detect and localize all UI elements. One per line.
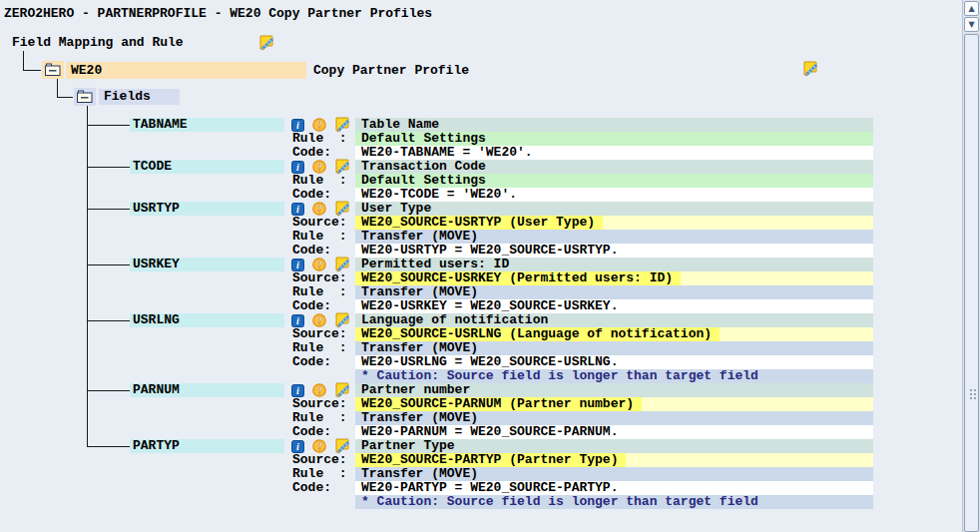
tree-node-field-tcode[interactable]: TCODE xyxy=(130,160,284,174)
code-label: Code: xyxy=(292,188,331,202)
tree-node-field-tabname[interactable]: TABNAME xyxy=(130,118,284,132)
scrollbar-grip xyxy=(970,389,972,391)
code-label: Code: xyxy=(292,481,331,495)
we20-description: Copy Partner Profile xyxy=(313,64,469,78)
field-icon-row: i ? xyxy=(291,160,351,174)
tree-node-field-usrkey[interactable]: USRKEY xyxy=(130,258,284,271)
svg-text:?: ? xyxy=(316,204,322,215)
rule-label: Rule : xyxy=(292,285,347,299)
rule-label: Rule : xyxy=(292,132,347,146)
field-description: Transaction Code xyxy=(355,160,873,174)
field-code-value: WE20-USRKEY = WE20_SOURCE-USRKEY. xyxy=(355,299,873,313)
svg-text:i: i xyxy=(296,204,299,215)
code-label: Code: xyxy=(292,425,331,439)
we20-folder-toggle[interactable] xyxy=(42,61,64,79)
source-label: Source: xyxy=(292,216,347,230)
source-label: Source: xyxy=(292,327,347,341)
field-description: User Type xyxy=(355,202,873,216)
svg-text:i: i xyxy=(296,120,299,131)
tree-node-field-usrlng[interactable]: USRLNG xyxy=(130,313,284,327)
info-icon[interactable]: i xyxy=(291,384,304,397)
rule-label: Rule : xyxy=(292,341,347,355)
field-source-value: WE20_SOURCE-USRLNG (Language of notifica… xyxy=(355,327,720,341)
field-icon-row: i ? xyxy=(291,439,351,453)
info-icon[interactable]: i xyxy=(291,440,304,453)
tree-line xyxy=(87,106,88,447)
scroll-down-button[interactable]: ▼ xyxy=(964,17,979,32)
info-icon[interactable]: i xyxy=(291,314,304,327)
help-question-icon[interactable]: ? xyxy=(312,202,326,216)
note-with-pencil-icon[interactable] xyxy=(258,35,275,51)
field-code-value: WE20-TCODE = 'WE20'. xyxy=(355,188,873,202)
help-question-icon[interactable]: ? xyxy=(312,118,326,132)
tree-root-label[interactable]: Field Mapping and Rule xyxy=(12,36,184,50)
field-source-value: WE20_SOURCE-PARTYP (Partner Type) xyxy=(355,453,626,467)
source-label: Source: xyxy=(292,271,347,285)
info-icon[interactable]: i xyxy=(291,119,304,132)
scrollbar-thumb[interactable] xyxy=(964,34,979,532)
field-rule-value: Transfer (MOVE) xyxy=(355,411,873,425)
help-question-icon[interactable]: ? xyxy=(312,313,326,327)
svg-text:i: i xyxy=(296,315,299,326)
help-question-icon[interactable]: ? xyxy=(312,439,326,453)
rule-label: Rule : xyxy=(292,174,347,188)
field-description: Partner Type xyxy=(355,439,873,453)
code-label: Code: xyxy=(292,299,331,313)
info-icon[interactable]: i xyxy=(291,161,304,174)
note-with-pencil-icon[interactable] xyxy=(802,61,819,77)
root-note-icon-slot[interactable] xyxy=(258,35,275,51)
help-question-icon[interactable]: ? xyxy=(312,383,326,397)
field-code-value: WE20-PARTYP = WE20_SOURCE-PARTYP. xyxy=(355,481,873,495)
field-caution-message: * Caution: Source field is longer than t… xyxy=(355,369,873,383)
tree-node-field-partyp[interactable]: PARTYP xyxy=(130,439,284,453)
field-source-value: WE20_SOURCE-USRTYP (User Type) xyxy=(355,216,603,230)
field-rule-value: Default Settings xyxy=(355,132,873,146)
window-title: ZERO2HERO - PARTNERPROFILE - WE20 Copy P… xyxy=(4,7,432,21)
tree-line xyxy=(23,70,41,71)
field-icon-row: i ? xyxy=(291,383,351,397)
rule-label: Rule : xyxy=(292,411,347,425)
tree-node-field-usrtyp[interactable]: USRTYP xyxy=(130,202,284,216)
vertical-scrollbar[interactable]: ▲ ▼ xyxy=(962,0,980,532)
tree-line xyxy=(88,320,130,321)
field-icon-row: i ? xyxy=(291,202,351,216)
field-rule-value: Transfer (MOVE) xyxy=(355,467,873,481)
tree-node-field-parnum[interactable]: PARNUM xyxy=(130,383,284,397)
info-icon[interactable]: i xyxy=(291,259,304,271)
help-question-icon[interactable]: ? xyxy=(312,160,326,174)
field-rule-value: Transfer (MOVE) xyxy=(355,285,873,299)
svg-text:?: ? xyxy=(316,260,322,270)
tree-line xyxy=(88,265,130,266)
svg-text:?: ? xyxy=(316,120,322,131)
code-label: Code: xyxy=(292,146,331,160)
tree-line xyxy=(88,125,130,126)
source-label: Source: xyxy=(292,453,347,467)
svg-text:?: ? xyxy=(316,441,322,452)
scroll-up-button[interactable]: ▲ xyxy=(964,1,979,16)
code-label: Code: xyxy=(292,244,331,258)
field-source-row: WE20_SOURCE-USRKEY (Permitted users: ID) xyxy=(355,271,873,285)
info-icon[interactable]: i xyxy=(291,203,304,216)
rule-label: Rule : xyxy=(292,467,347,481)
we20-note-icon-slot[interactable] xyxy=(802,61,819,77)
tree-line xyxy=(57,97,73,98)
svg-text:i: i xyxy=(296,441,299,452)
rule-label: Rule : xyxy=(292,230,347,244)
tree-line xyxy=(88,209,130,210)
tree-node-fields[interactable]: Fields xyxy=(99,89,180,105)
help-question-icon[interactable]: ? xyxy=(312,258,326,271)
tree-node-we20[interactable]: WE20 xyxy=(66,62,306,79)
svg-text:?: ? xyxy=(316,385,322,396)
svg-text:i: i xyxy=(296,260,299,270)
field-description: Language of notification xyxy=(355,313,873,327)
fields-folder-toggle[interactable] xyxy=(74,88,96,106)
svg-text:i: i xyxy=(296,162,299,173)
open-folder-icon[interactable] xyxy=(77,90,93,104)
tree-line xyxy=(88,390,130,391)
field-code-value: WE20-USRTYP = WE20_SOURCE-USRTYP. xyxy=(355,244,873,258)
field-rule-value: Default Settings xyxy=(355,174,873,188)
tree-line xyxy=(57,79,58,97)
source-label: Source: xyxy=(292,397,347,411)
field-caution-message: * Caution: Source field is longer than t… xyxy=(355,495,873,509)
open-folder-icon[interactable] xyxy=(45,63,61,77)
